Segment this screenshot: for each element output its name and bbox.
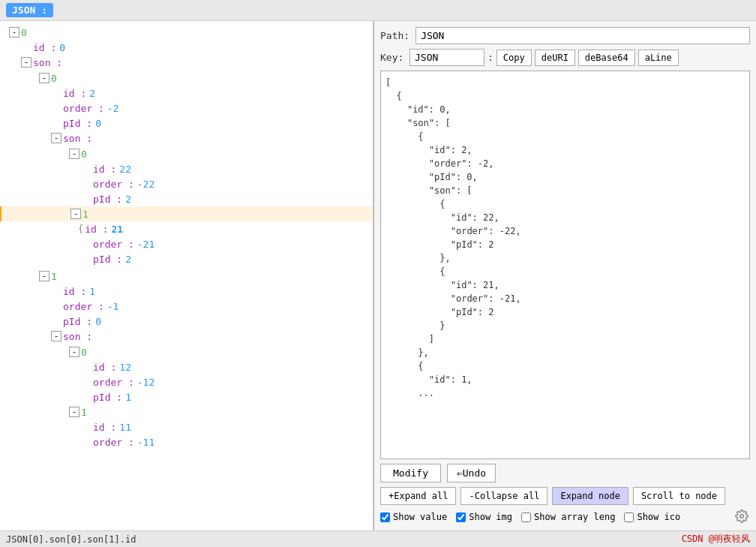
tree-line-son0-son1-id[interactable]: { id : 21 <box>0 221 373 236</box>
tree-line-son0-son1-pid[interactable]: pId : 2 <box>0 251 373 266</box>
tree-line-son0-son0-pid[interactable]: pId : 2 <box>0 191 373 206</box>
deuri-button[interactable]: deURI <box>535 50 575 66</box>
toggle-son0-0[interactable]: - <box>39 73 50 83</box>
collapse-all-button[interactable]: -Collapse all <box>460 487 548 505</box>
key-row: Key: : Copy deURI deBase64 aLine <box>380 49 750 66</box>
tree-line-son0-son0[interactable]: - 0 <box>0 146 373 161</box>
tree-line-son1-son1-id[interactable]: id : 11 <box>0 419 373 434</box>
toggle-son0[interactable]: - <box>21 57 32 68</box>
tree-line-son1-son0-id[interactable]: id : 12 <box>0 359 373 374</box>
tree-line-son0-order[interactable]: order : -2 <box>0 101 373 116</box>
show-ico-checkbox[interactable]: Show ico <box>624 512 680 522</box>
toggle-son0-son1[interactable]: - <box>70 209 81 219</box>
show-img-label: Show img <box>469 512 512 522</box>
path-row: Path: <box>380 27 750 44</box>
tree-line-son0-son[interactable]: - son : <box>0 131 373 146</box>
tree-line-son1-order[interactable]: order : -1 <box>0 299 373 314</box>
json-textarea[interactable]: [ { "id": 0, "son": [ { "id": 2, "order"… <box>380 71 750 459</box>
tree-node-son1: - 1 id : 1 order : -1 <box>0 268 373 451</box>
show-img-check[interactable] <box>456 512 466 522</box>
toggle-son1-son0[interactable]: - <box>69 347 80 357</box>
toggle-root[interactable]: - <box>9 27 20 38</box>
json-badge: JSON : <box>6 3 53 17</box>
colon-sep: : <box>488 52 494 63</box>
expand-node-button[interactable]: Expand node <box>552 487 628 505</box>
top-bar: JSON : <box>0 0 756 21</box>
show-value-label: Show value <box>393 512 447 522</box>
tree-panel[interactable]: - 0 id : 0 - son : - <box>0 21 374 530</box>
show-img-checkbox[interactable]: Show img <box>456 512 512 522</box>
toggle-son0-son[interactable]: - <box>51 133 62 143</box>
status-bar: JSON[0].son[0].son[1].id CSDN @明夜轻风 <box>0 530 756 547</box>
path-input[interactable] <box>416 27 750 44</box>
tree-line-son0-id[interactable]: id : 2 <box>0 86 373 101</box>
tree-line-son1-pid[interactable]: pId : 0 <box>0 314 373 329</box>
tree-line-son0-son1[interactable]: - 1 <box>0 206 373 221</box>
gear-icon[interactable] <box>735 509 750 524</box>
debase64-button[interactable]: deBase64 <box>578 50 635 66</box>
tree-line-id0[interactable]: id : 0 <box>0 40 373 55</box>
tree-line-son1-son0-order[interactable]: order : -12 <box>0 374 373 389</box>
show-value-check[interactable] <box>380 512 390 522</box>
csdn-badge: CSDN @明夜轻风 <box>682 533 750 545</box>
path-label: Path: <box>380 30 410 41</box>
json-textarea-wrap: [ { "id": 0, "son": [ { "id": 2, "order"… <box>380 71 750 459</box>
tree-line-son1-son1[interactable]: - 1 <box>0 404 373 419</box>
tree-node-son0-son: - 0 id : 22 order : <box>0 146 373 267</box>
show-ico-label: Show ico <box>637 512 680 522</box>
tree-line-son0-0[interactable]: - 0 <box>0 71 373 86</box>
tree-line-son1-son[interactable]: - son : <box>0 329 373 344</box>
tree-line-son0-son1-order[interactable]: order : -21 <box>0 236 373 251</box>
toggle-son1-son[interactable]: - <box>51 331 62 341</box>
tree-node-son1-son: - 0 id : 12 order : <box>0 344 373 450</box>
toggle-son0-son0[interactable]: - <box>69 149 80 159</box>
show-ico-check[interactable] <box>624 512 634 522</box>
undo-button[interactable]: ⇐Undo <box>447 464 496 482</box>
tree-line-son1-son1-order[interactable]: order : -11 <box>0 434 373 449</box>
expand-collapse-row: +Expand all -Collapse all Expand node Sc… <box>380 487 750 505</box>
tree-node-root: - 0 id : 0 - son : - <box>0 24 373 452</box>
tree-line-son0-son0-order[interactable]: order : -22 <box>0 176 373 191</box>
tree-line-son1-son0[interactable]: - 0 <box>0 344 373 359</box>
right-panel: Path: Key: : Copy deURI deBase64 aLine [… <box>374 21 756 530</box>
copy-button[interactable]: Copy <box>496 50 532 66</box>
checkbox-row: Show value Show img Show array leng Show… <box>380 509 750 524</box>
scroll-node-button[interactable]: Scroll to node <box>633 487 725 505</box>
expand-all-button[interactable]: +Expand all <box>380 487 456 505</box>
tree-node-son0: - 0 id : 2 order : -2 <box>0 70 373 268</box>
aline-button[interactable]: aLine <box>638 50 679 66</box>
show-array-check[interactable] <box>521 512 531 522</box>
tree-line-son0[interactable]: - son : <box>0 55 373 70</box>
main-area: - 0 id : 0 - son : - <box>0 21 756 530</box>
modify-undo-row: Modify ⇐Undo <box>380 464 750 482</box>
show-array-checkbox[interactable]: Show array leng <box>521 512 615 522</box>
status-path: JSON[0].son[0].son[1].id <box>6 534 136 545</box>
show-array-label: Show array leng <box>534 512 615 522</box>
toggle-son1[interactable]: - <box>39 271 50 281</box>
key-input[interactable] <box>410 49 484 66</box>
modify-button[interactable]: Modify <box>380 464 441 482</box>
tree-line-root[interactable]: - 0 <box>0 25 373 40</box>
tree-line-son1[interactable]: - 1 <box>0 269 373 284</box>
tree-line-son0-pid[interactable]: pId : 0 <box>0 116 373 131</box>
show-value-checkbox[interactable]: Show value <box>380 512 447 522</box>
tree-line-son1-son0-pid[interactable]: pId : 1 <box>0 389 373 404</box>
svg-point-0 <box>740 515 744 518</box>
key-label: Key: <box>380 52 406 63</box>
tree-line-son1-id[interactable]: id : 1 <box>0 284 373 299</box>
toggle-son1-son1[interactable]: - <box>69 407 80 417</box>
tree-line-son0-son0-id[interactable]: id : 22 <box>0 161 373 176</box>
